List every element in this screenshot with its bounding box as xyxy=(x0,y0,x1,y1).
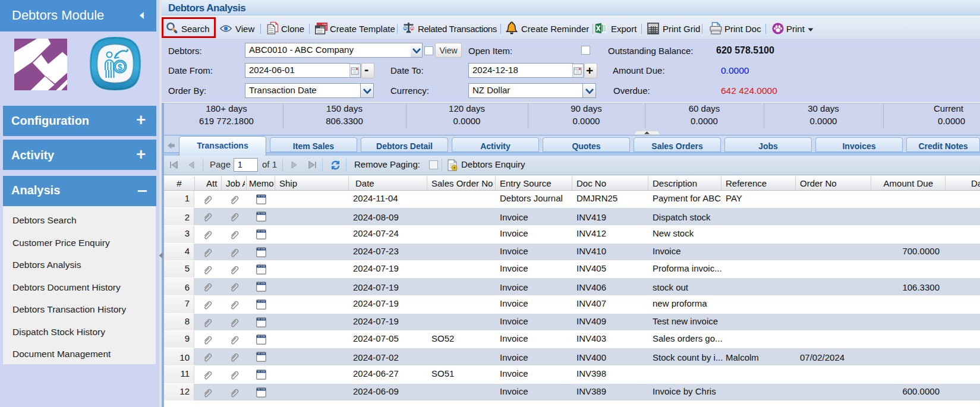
svg-text:$: $ xyxy=(118,62,122,72)
